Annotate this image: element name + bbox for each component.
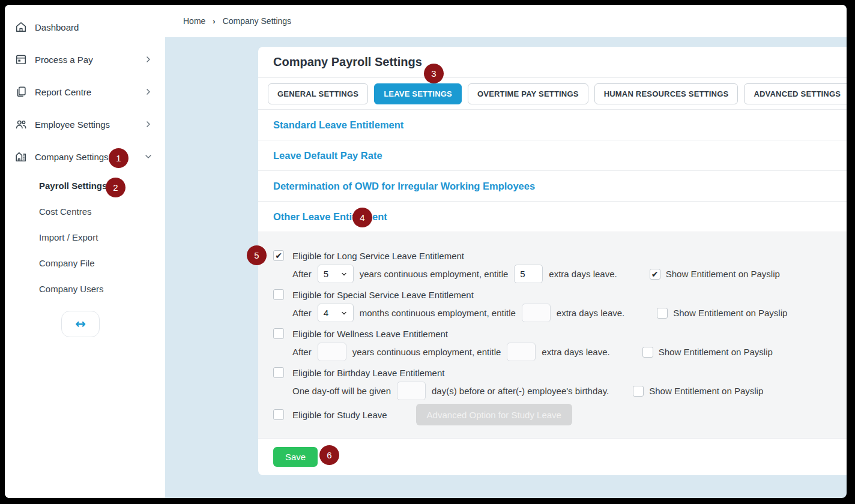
after-text: After [292, 347, 312, 357]
sidebar-subitem-payroll-settings[interactable]: Payroll Settings [39, 173, 165, 199]
wellness-years-input[interactable] [318, 343, 346, 361]
sidebar-item-employee-settings[interactable]: Employee Settings [5, 108, 165, 140]
payslip-label: Show Entitlement on Payslip [659, 347, 773, 357]
special-service-leave-row: Eligible for Special Service Leave Entit… [273, 287, 832, 322]
annotation-badge-3: 3 [424, 64, 444, 83]
special-service-days-input[interactable] [522, 304, 551, 322]
accordion-label: Standard Leave Entitlement [273, 119, 403, 131]
select-value: 4 [324, 308, 328, 318]
advanced-option-study-leave-button[interactable]: Advanced Option for Study Leave [416, 404, 572, 425]
screenshot-root: { "annotations": { "b1": "1", "b2": "2",… [0, 0, 855, 504]
study-leave-row: Eligible for Study Leave Advanced Option… [273, 404, 832, 425]
chevron-right-icon [144, 55, 153, 64]
sidebar-subitem-import-export[interactable]: Import / Export [39, 224, 165, 250]
birthday-leave-row: Eligible for Birthday Leave Entitlement … [273, 365, 832, 400]
suffix-text: extra days leave. [542, 347, 609, 357]
special-service-payslip-checkbox[interactable] [657, 308, 668, 319]
accordion-owd-determination[interactable]: Determination of OWD for Irregular Worki… [258, 171, 847, 202]
tab-general-settings[interactable]: GENERAL SETTINGS [268, 83, 368, 104]
mid-text: years continuous employment, entitle [360, 269, 509, 279]
mid-text: months continuous employment, entitle [360, 308, 516, 318]
sidebar-collapse-button[interactable]: ↔ [61, 311, 100, 337]
annotation-badge-4: 4 [352, 208, 372, 227]
breadcrumb-current: Company Settings [223, 16, 291, 26]
subitem-label: Cost Centres [39, 206, 92, 217]
special-service-checkbox[interactable] [273, 289, 284, 300]
sidebar-item-report-centre[interactable]: Report Centre [5, 76, 165, 108]
chevron-right-icon [144, 119, 153, 129]
chevron-down-icon [340, 310, 348, 317]
wellness-checkbox[interactable] [273, 328, 284, 339]
subitem-label: Import / Export [39, 232, 98, 242]
payslip-label: Show Entitlement on Payslip [649, 386, 763, 396]
report-icon [14, 85, 28, 98]
payslip-label: Show Entitlement on Payslip [666, 269, 780, 279]
suffix-text: day(s) before or after(-) employee's bir… [432, 386, 609, 396]
accordion-label: Leave Default Pay Rate [273, 150, 382, 161]
settings-tabs: GENERAL SETTINGS LEAVE SETTINGS OVERTIME… [258, 78, 847, 110]
study-leave-label: Eligible for Study Leave [292, 410, 387, 420]
sidebar-subitem-company-users[interactable]: Company Users [39, 276, 165, 302]
prefix-text: One day-off will be given [292, 386, 391, 396]
long-service-days-input[interactable] [514, 265, 543, 283]
accordion-standard-leave-entitlement[interactable]: Standard Leave Entitlement [258, 110, 847, 140]
save-button[interactable]: Save [273, 447, 318, 467]
birthday-days-input[interactable] [397, 382, 426, 400]
sidebar-subitem-cost-centres[interactable]: Cost Centres [39, 199, 165, 224]
sidebar-item-dashboard[interactable]: Dashboard [5, 11, 165, 43]
long-service-checkbox[interactable] [273, 250, 284, 261]
page-title: Company Payroll Settings [273, 55, 422, 69]
long-service-leave-row: Eligible for Long Service Leave Entitlem… [273, 248, 832, 283]
birthday-payslip-checkbox[interactable] [633, 386, 644, 397]
sidebar: Dashboard Process a Pay Report Centre [5, 5, 165, 498]
wellness-label: Eligible for Wellness Leave Entitlement [292, 329, 448, 339]
tab-leave-settings[interactable]: LEAVE SETTINGS [374, 83, 462, 104]
wellness-leave-row: Eligible for Wellness Leave Entitlement … [273, 326, 832, 361]
special-service-months-select[interactable]: 4 [318, 304, 354, 322]
company-icon [14, 150, 28, 163]
select-value: 5 [324, 269, 328, 279]
accordion-other-leave-entitlement[interactable]: Other Leave Entitlement [258, 202, 847, 232]
wellness-days-input[interactable] [507, 343, 536, 361]
sidebar-item-label: Report Centre [35, 87, 144, 97]
breadcrumb-separator: › [213, 17, 215, 26]
tab-advanced-settings[interactable]: ADVANCED SETTINGS [744, 83, 847, 104]
mid-text: years continuous employment, entitle [352, 347, 501, 357]
payroll-settings-card: Company Payroll Settings GENERAL SETTING… [258, 47, 847, 475]
long-service-label: Eligible for Long Service Leave Entitlem… [292, 251, 464, 261]
chevron-down-icon [144, 152, 153, 161]
chevron-down-icon [340, 271, 348, 278]
sidebar-item-label: Dashboard [35, 22, 153, 32]
annotation-badge-1: 1 [109, 148, 128, 168]
subitem-label: Company File [39, 258, 95, 268]
card-footer: Save [258, 439, 847, 475]
tab-human-resources-settings[interactable]: HUMAN RESOURCES SETTINGS [594, 83, 739, 104]
after-text: After [292, 269, 312, 279]
long-service-years-select[interactable]: 5 [318, 265, 354, 283]
sidebar-item-company-settings[interactable]: Company Settings [5, 140, 165, 173]
special-service-label: Eligible for Special Service Leave Entit… [292, 290, 474, 300]
home-icon [14, 20, 28, 34]
after-text: After [292, 308, 312, 318]
tab-overtime-pay-settings[interactable]: OVERTIME PAY SETTINGS [468, 83, 588, 104]
long-service-payslip-checkbox[interactable] [650, 269, 660, 280]
breadcrumb: Home › Company Settings [183, 16, 291, 26]
birthday-label: Eligible for Birthday Leave Entitlement [292, 368, 444, 378]
birthday-checkbox[interactable] [273, 367, 284, 378]
wellness-payslip-checkbox[interactable] [642, 347, 653, 358]
accordion-leave-default-pay-rate[interactable]: Leave Default Pay Rate [258, 140, 847, 171]
chevron-right-icon [144, 87, 153, 97]
calendar-icon [14, 53, 28, 66]
subitem-label: Payroll Settings [39, 181, 107, 191]
accordion-label: Determination of OWD for Irregular Worki… [273, 181, 535, 192]
employees-icon [14, 118, 28, 131]
study-leave-checkbox[interactable] [273, 409, 284, 420]
annotation-badge-2: 2 [106, 178, 125, 197]
sidebar-item-label: Employee Settings [35, 119, 144, 130]
company-settings-submenu: Payroll Settings Cost Centres Import / E… [5, 173, 165, 302]
sidebar-subitem-company-file[interactable]: Company File [39, 250, 165, 276]
sidebar-item-process-a-pay[interactable]: Process a Pay [5, 43, 165, 76]
topbar: Home › Company Settings [165, 5, 847, 37]
breadcrumb-home[interactable]: Home [183, 16, 205, 26]
annotation-badge-5: 5 [247, 245, 267, 265]
